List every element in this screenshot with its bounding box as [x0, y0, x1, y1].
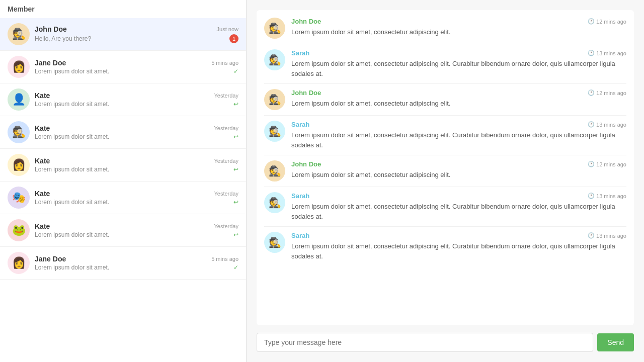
message-avatar: 🕵️	[264, 232, 285, 253]
message-header: John Doe 🕐 12 mins ago	[291, 89, 626, 97]
contact-info: Kate Yesterday Lorem ipsum dolor sit ame…	[35, 124, 238, 140]
contact-bottom: Lorem ipsum dolor sit amet. ↩	[35, 133, 238, 140]
contact-preview: Lorem ipsum dolor sit amet.	[35, 199, 109, 206]
unread-badge: 1	[229, 34, 238, 43]
contact-name: Kate	[35, 190, 50, 198]
clock-icon: 🕐	[588, 50, 595, 56]
message-text: Lorem ipsum dolor sit amet, consectetur …	[291, 59, 626, 78]
message-content: Sarah 🕐 13 mins ago Lorem ipsum dolor si…	[291, 192, 626, 221]
message-status: ✓	[233, 264, 238, 271]
contact-name: Kate	[35, 124, 50, 132]
message-header: Sarah 🕐 13 mins ago	[291, 121, 626, 128]
contact-item[interactable]: 👩 Jane Doe 5 mins ago Lorem ipsum dolor …	[0, 247, 246, 280]
contact-info: Kate Yesterday Lorem ipsum dolor sit ame…	[35, 222, 238, 238]
avatar: 👤	[8, 88, 30, 111]
message-sender: John Doe	[291, 89, 321, 97]
message-time: 🕐 13 mins ago	[588, 121, 626, 128]
contact-item[interactable]: 👩 Jane Doe 5 mins ago Lorem ipsum dolor …	[0, 51, 246, 83]
message-sender: Sarah	[291, 121, 309, 128]
message-avatar: 🕵️	[264, 192, 285, 213]
message-row: Sarah 🕐 13 mins ago Lorem ipsum dolor si…	[264, 49, 626, 84]
message-row: Sarah 🕐 13 mins ago Lorem ipsum dolor si…	[264, 192, 626, 227]
contact-info: Jane Doe 5 mins ago Lorem ipsum dolor si…	[35, 255, 238, 271]
contact-preview: Lorem ipsum dolor sit amet.	[35, 166, 109, 173]
contact-item[interactable]: 🕵️ John Doe Just now Hello, Are you ther…	[0, 18, 246, 51]
contact-item[interactable]: 🕵️ Kate Yesterday Lorem ipsum dolor sit …	[0, 116, 246, 149]
clock-icon: 🕐	[588, 89, 595, 96]
message-content: Sarah 🕐 13 mins ago Lorem ipsum dolor si…	[291, 121, 626, 150]
contact-preview: Lorem ipsum dolor sit amet.	[35, 68, 109, 75]
message-time: 🕐 13 mins ago	[588, 232, 626, 239]
chat-area: 🕵️ John Doe 🕐 12 mins ago Lorem ipsum do…	[247, 0, 644, 362]
message-sender: John Doe	[291, 18, 321, 25]
contact-top: John Doe Just now	[35, 25, 238, 33]
contact-item[interactable]: 👤 Kate Yesterday Lorem ipsum dolor sit a…	[0, 83, 246, 116]
clock-icon: 🕐	[588, 121, 595, 128]
avatar: 🎭	[8, 187, 30, 209]
message-content: Sarah 🕐 13 mins ago Lorem ipsum dolor si…	[291, 49, 626, 78]
contact-time: Just now	[217, 26, 238, 32]
contact-name: John Doe	[35, 25, 67, 33]
message-row: 🕵️ John Doe 🕐 12 mins ago Lorem ipsum do…	[264, 89, 626, 116]
contact-top: Kate Yesterday	[35, 124, 238, 132]
message-status: ↩	[233, 199, 238, 206]
contact-preview: Hello, Are you there?	[35, 35, 91, 42]
contact-bottom: Lorem ipsum dolor sit amet. ↩	[35, 101, 238, 108]
message-header: Sarah 🕐 13 mins ago	[291, 49, 626, 57]
message-row: 🕵️ John Doe 🕐 12 mins ago Lorem ipsum do…	[264, 160, 626, 187]
message-input-area: Send	[257, 333, 634, 352]
contact-item[interactable]: 🐸 Kate Yesterday Lorem ipsum dolor sit a…	[0, 214, 246, 247]
contact-list: 🕵️ John Doe Just now Hello, Are you ther…	[0, 18, 246, 357]
message-sender: Sarah	[291, 232, 309, 239]
message-avatar: 🕵️	[264, 160, 285, 182]
contact-time: Yesterday	[214, 93, 238, 99]
message-sender: Sarah	[291, 192, 309, 200]
send-button[interactable]: Send	[597, 333, 634, 351]
avatar: 👩	[8, 154, 30, 176]
message-status: ✓	[233, 68, 238, 75]
clock-icon: 🕐	[588, 18, 595, 25]
contact-time: 5 mins ago	[211, 256, 238, 262]
contact-preview: Lorem ipsum dolor sit amet.	[35, 133, 109, 140]
contact-info: Jane Doe 5 mins ago Lorem ipsum dolor si…	[35, 59, 238, 75]
message-status: ↩	[233, 231, 238, 238]
message-header: John Doe 🕐 12 mins ago	[291, 160, 626, 168]
avatar: 🕵️	[8, 121, 30, 143]
contact-name: Jane Doe	[35, 255, 66, 263]
contact-bottom: Lorem ipsum dolor sit amet. ↩	[35, 166, 238, 173]
clock-icon: 🕐	[588, 232, 595, 239]
avatar: 🕵️	[8, 23, 30, 45]
clock-icon: 🕐	[588, 161, 595, 167]
contact-bottom: Lorem ipsum dolor sit amet. ✓	[35, 68, 238, 75]
contact-time: Yesterday	[214, 191, 238, 197]
contact-time: 5 mins ago	[211, 60, 238, 66]
message-content: John Doe 🕐 12 mins ago Lorem ipsum dolor…	[291, 18, 626, 37]
message-time: 🕐 13 mins ago	[588, 193, 626, 199]
message-sender: Sarah	[291, 49, 309, 57]
contact-item[interactable]: 🎭 Kate Yesterday Lorem ipsum dolor sit a…	[0, 182, 246, 214]
message-text: Lorem ipsum dolor sit amet, consectetur …	[291, 202, 626, 221]
message-input[interactable]	[257, 333, 593, 352]
contact-preview: Lorem ipsum dolor sit amet.	[35, 264, 109, 271]
message-row: 🕵️ John Doe 🕐 12 mins ago Lorem ipsum do…	[264, 18, 626, 44]
message-status: ↩	[233, 133, 238, 140]
contact-info: Kate Yesterday Lorem ipsum dolor sit ame…	[35, 157, 238, 173]
message-header: Sarah 🕐 13 mins ago	[291, 232, 626, 239]
message-row: Sarah 🕐 13 mins ago Lorem ipsum dolor si…	[264, 232, 626, 266]
contact-preview: Lorem ipsum dolor sit amet.	[35, 231, 109, 238]
contact-top: Kate Yesterday	[35, 222, 238, 230]
contact-info: Kate Yesterday Lorem ipsum dolor sit ame…	[35, 92, 238, 108]
contact-top: Kate Yesterday	[35, 190, 238, 198]
avatar: 🐸	[8, 219, 30, 241]
message-time: 🕐 13 mins ago	[588, 50, 626, 56]
contact-top: Kate Yesterday	[35, 157, 238, 165]
message-content: Sarah 🕐 13 mins ago Lorem ipsum dolor si…	[291, 232, 626, 261]
contact-item[interactable]: 👩 Kate Yesterday Lorem ipsum dolor sit a…	[0, 149, 246, 182]
contact-bottom: Lorem ipsum dolor sit amet. ✓	[35, 264, 238, 271]
message-avatar: 🕵️	[264, 121, 285, 142]
message-time: 🕐 12 mins ago	[588, 18, 626, 25]
message-content: John Doe 🕐 12 mins ago Lorem ipsum dolor…	[291, 89, 626, 109]
message-header: John Doe 🕐 12 mins ago	[291, 18, 626, 25]
sidebar: Member 🕵️ John Doe Just now Hello, Are y…	[0, 0, 247, 362]
clock-icon: 🕐	[588, 193, 595, 199]
